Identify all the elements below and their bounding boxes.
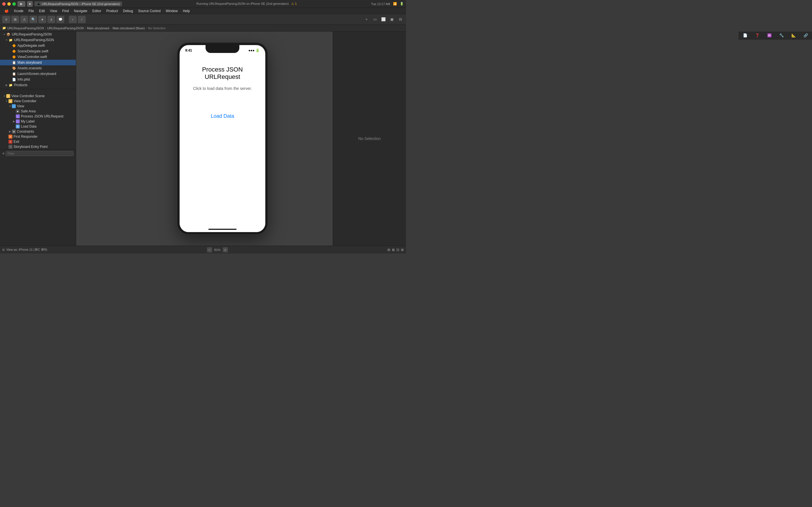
warning-toggle[interactable]: ⚠ <box>20 16 28 23</box>
swift-file-icon: 🔶 <box>12 49 16 54</box>
phone-content: Process JSON URLRequest Click to load da… <box>180 57 265 232</box>
minimize-button[interactable] <box>7 2 11 6</box>
breadcrumb-project[interactable]: URLRequestParsingJSON <box>7 26 44 30</box>
load-data-item[interactable]: B Load Data <box>0 124 76 129</box>
load-data-label: Load Data <box>21 124 36 128</box>
menu-apple[interactable]: 🍎 <box>2 8 11 13</box>
vc-icon: V <box>8 99 12 103</box>
comment-btn[interactable]: 💬 <box>56 16 64 23</box>
canvas-options-3[interactable]: ⊡ <box>396 248 399 252</box>
canvas-options-1[interactable]: ⊞ <box>388 248 390 252</box>
menu-view[interactable]: View <box>48 8 59 13</box>
my-label-item[interactable]: ▶ L My Label <box>0 119 76 124</box>
file-viewcontroller[interactable]: 🔶 ViewController.swift <box>0 54 76 60</box>
search-toolbar-btn[interactable]: 🔍 <box>29 16 37 23</box>
process-json-item[interactable]: L Process JSON URLRequest <box>0 114 76 119</box>
add-file-btn[interactable]: + <box>363 16 370 22</box>
bookmark-btn[interactable]: ♦ <box>38 16 46 23</box>
titlebar-right: Tue 12:17 AM 📶 🔋 <box>371 2 404 6</box>
nav-forward[interactable]: › <box>78 16 86 23</box>
file-appdelegate[interactable]: 🔶 AppDelegate.swift <box>0 43 76 48</box>
layout-split-v[interactable]: ▣ <box>389 16 395 22</box>
menu-navigate[interactable]: Navigate <box>71 8 89 13</box>
menu-edit[interactable]: Edit <box>37 8 47 13</box>
scheme-selector[interactable]: 📱 URLRequestParsingJSON › iPhone SE (2nd… <box>35 1 122 6</box>
project-group[interactable]: ▾ 📁 URLRequestParsingJSON <box>0 37 76 43</box>
canvas[interactable]: 9:41 ●●● 🔋 Process JSON URLRequest Click… <box>76 32 333 245</box>
menu-help[interactable]: Help <box>181 8 192 13</box>
layout-single[interactable]: ▭ <box>371 16 378 22</box>
entry-icon: → <box>8 145 12 149</box>
scene-label: View Controller Scene <box>11 94 45 98</box>
no-selection-label: No Selection <box>358 136 380 141</box>
menu-editor[interactable]: Editor <box>90 8 103 13</box>
vc-scene-icon: V <box>6 94 10 98</box>
safearea-item[interactable]: ■ Safe Area <box>0 109 76 114</box>
file-scenedelegate[interactable]: 🔶 SceneDelegate.swift <box>0 48 76 54</box>
menu-debug[interactable]: Debug <box>121 8 135 13</box>
view-controller-item[interactable]: ▾ V View Controller <box>0 99 76 104</box>
file-name: LaunchScreen.storyboard <box>17 72 56 76</box>
menu-find[interactable]: Find <box>60 8 71 13</box>
process-json-label: Process JSON URLRequest <box>21 114 63 118</box>
project-icon: 📦 <box>6 32 11 37</box>
products-group[interactable]: ▶ 📁 Products <box>0 82 76 88</box>
disclosure-icon: ▾ <box>2 95 6 98</box>
filter-input[interactable] <box>6 151 73 156</box>
breadcrumb-file1[interactable]: Main.storyboard <box>87 26 109 30</box>
bottom-bar-right: ⊞ ⊠ ⊡ ⊞ <box>388 248 404 252</box>
constraints-label: Constraints <box>17 129 34 133</box>
inspector-toggle[interactable]: ⊟ <box>397 16 404 22</box>
build-status: Running URLRequestParsingJSON on iPhone … <box>124 2 369 6</box>
menu-xcode[interactable]: Xcode <box>11 8 26 13</box>
breadcrumb-group[interactable]: URLRequestParsingJSON <box>47 26 84 30</box>
storyboard-entry-item[interactable]: → Storyboard Entry Point <box>0 144 76 149</box>
phone-home-indicator <box>208 229 237 230</box>
menu-window[interactable]: Window <box>163 8 180 13</box>
breadcrumb-sep2: › <box>85 26 86 30</box>
breadcrumb: 📁 URLRequestParsingJSON › URLRequestPars… <box>0 25 406 32</box>
file-mainstoryboard[interactable]: 📋 Main.storyboard <box>0 60 76 65</box>
menu-bar: 🍎 Xcode File Edit View Find Navigate Edi… <box>0 8 406 14</box>
phone-status-icons: ●●● 🔋 <box>248 48 260 52</box>
file-infoplist[interactable]: 📄 Info.plist <box>0 76 76 82</box>
canvas-options-2[interactable]: ⊠ <box>392 248 395 252</box>
toolbar-right: + ▭ ⬜ ▣ ⊟ <box>363 16 404 22</box>
navigator-toggle[interactable]: ≡ <box>2 16 10 23</box>
view-item[interactable]: ▾ □ View <box>0 104 76 109</box>
exit-item[interactable]: X Exit <box>0 139 76 144</box>
first-responder-item[interactable]: R First Responder <box>0 134 76 139</box>
project-root[interactable]: ▾ 📦 URLRequestParsingJSON <box>0 32 76 37</box>
menu-source-control[interactable]: Source Control <box>136 8 163 13</box>
main-layout: ▾ 📦 URLRequestParsingJSON ▾ 📁 URLRequest… <box>0 32 406 245</box>
filter-bar: ⊕ <box>0 149 76 157</box>
file-name: ViewController.swift <box>17 55 47 59</box>
products-name: Products <box>14 83 28 87</box>
group-folder-icon: 📁 <box>8 38 13 42</box>
run-button[interactable]: ▶ <box>17 1 26 7</box>
stop-button[interactable]: ■ <box>27 1 33 7</box>
file-assets[interactable]: 🎨 Assets.xcassets <box>0 65 76 71</box>
swift-file-icon: 🔶 <box>12 55 16 59</box>
view-icon: □ <box>12 104 16 108</box>
grid-toggle[interactable]: ⊞ <box>11 16 19 23</box>
scene-root[interactable]: ▾ V View Controller Scene <box>0 94 76 99</box>
constraints-item[interactable]: ▶ ⊞ Constraints <box>0 129 76 134</box>
iphone-frame: 9:41 ●●● 🔋 Process JSON URLRequest Click… <box>177 43 267 234</box>
canvas-options-4[interactable]: ⊞ <box>401 248 404 252</box>
menu-product[interactable]: Product <box>104 8 120 13</box>
breadcrumb-file2[interactable]: Main.storyboard (Base) <box>112 26 145 30</box>
disclosure-icon: ▾ <box>4 39 8 41</box>
breadcrumb-folder-icon: 📁 <box>2 26 6 30</box>
zoom-out-btn[interactable]: − <box>207 247 212 252</box>
zoom-in-btn[interactable]: + <box>223 247 228 252</box>
menu-file[interactable]: File <box>26 8 36 13</box>
diff-btn[interactable]: ± <box>47 16 55 23</box>
maximize-button[interactable] <box>12 2 16 6</box>
close-button[interactable] <box>2 2 6 6</box>
layout-split-h[interactable]: ⬜ <box>380 16 387 22</box>
file-launchscreen[interactable]: 📋 LaunchScreen.storyboard <box>0 71 76 76</box>
nav-back[interactable]: ‹ <box>69 16 77 23</box>
phone-load-button[interactable]: Load Data <box>211 113 234 119</box>
group-name: URLRequestParsingJSON <box>14 38 54 42</box>
